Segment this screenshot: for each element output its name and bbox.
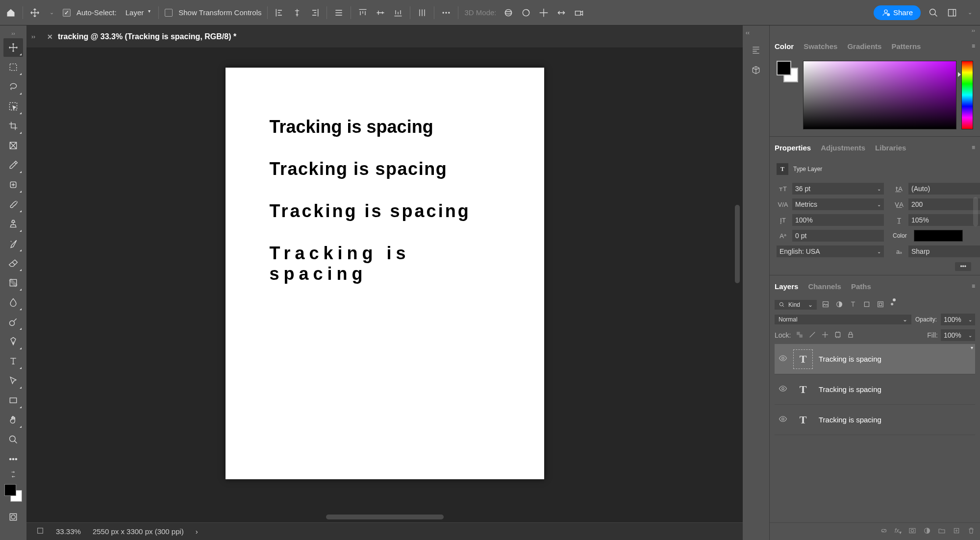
delete-layer-icon[interactable] xyxy=(967,527,975,536)
fill-input[interactable]: 100%⌄ xyxy=(941,329,975,341)
clone-stamp-tool[interactable] xyxy=(3,215,23,233)
rectangle-tool[interactable] xyxy=(3,391,23,410)
lasso-tool[interactable] xyxy=(3,77,23,96)
tracking-input[interactable]: 200⌄ xyxy=(908,198,980,210)
edit-toolbar-icon[interactable] xyxy=(3,450,23,468)
object-selection-tool[interactable] xyxy=(3,97,23,116)
auto-select-target-dropdown[interactable]: Layer xyxy=(123,7,153,18)
layer-row[interactable]: TTracking is spacing xyxy=(775,405,975,435)
canvas-text-line[interactable]: Tracking is spacing xyxy=(270,159,500,179)
vertical-scale-input[interactable] xyxy=(792,214,884,226)
marquee-tool[interactable] xyxy=(3,58,23,76)
blend-mode-dropdown[interactable]: Normal⌄ xyxy=(775,315,911,324)
move-tool[interactable] xyxy=(3,38,23,57)
blur-tool[interactable] xyxy=(3,293,23,312)
3d-panel-icon[interactable] xyxy=(751,65,761,76)
tab-adjustments[interactable]: Adjustments xyxy=(821,144,865,152)
language-dropdown[interactable]: English: USA⌄ xyxy=(777,245,884,257)
tab-color[interactable]: Color xyxy=(775,42,794,50)
zoom-level[interactable]: 33.33% xyxy=(56,527,81,536)
foreground-background-colors[interactable] xyxy=(4,484,22,502)
dodge-tool[interactable] xyxy=(3,313,23,331)
canvas-text-line[interactable]: Tracking is spacing xyxy=(270,243,500,284)
pen-tool[interactable] xyxy=(3,332,23,351)
text-color-swatch[interactable] xyxy=(914,230,963,242)
antialias-dropdown[interactable]: Sharp⌄ xyxy=(908,245,980,257)
filter-pixel-icon[interactable] xyxy=(822,300,829,310)
layer-name[interactable]: Tracking is spacing xyxy=(819,355,881,363)
canvas-viewport[interactable]: Tracking is spacingTracking is spacingTr… xyxy=(26,48,743,522)
layer-filter-kind-dropdown[interactable]: Kind⌄ xyxy=(775,300,817,310)
align-left-edges-icon[interactable] xyxy=(274,7,285,19)
filter-shape-icon[interactable] xyxy=(863,300,871,310)
vertical-scrollbar[interactable] xyxy=(735,205,740,283)
tab-gradients[interactable]: Gradients xyxy=(847,42,881,50)
visibility-toggle-icon[interactable] xyxy=(779,354,787,364)
brush-tool[interactable] xyxy=(3,195,23,214)
status-icon[interactable] xyxy=(36,527,44,536)
link-layers-icon[interactable] xyxy=(880,527,888,536)
filter-toggle-icon[interactable]: ● xyxy=(890,300,894,310)
workspace-switcher-icon[interactable] xyxy=(946,7,958,19)
distribute-horizontal-icon[interactable] xyxy=(333,7,345,19)
history-brush-tool[interactable] xyxy=(3,234,23,253)
filter-type-icon[interactable] xyxy=(849,300,857,310)
healing-brush-tool[interactable] xyxy=(3,175,23,194)
align-top-edges-icon[interactable] xyxy=(357,7,369,19)
layer-row[interactable]: TTracking is spacing xyxy=(775,374,975,405)
canvas-text-line[interactable]: Tracking is spacing xyxy=(270,117,500,137)
tab-libraries[interactable]: Libraries xyxy=(875,144,906,152)
show-transform-checkbox[interactable] xyxy=(165,9,173,17)
properties-more-icon[interactable]: ••• xyxy=(955,262,971,271)
tab-paths[interactable]: Paths xyxy=(851,282,871,291)
color-picker-field[interactable] xyxy=(803,61,956,129)
tab-channels[interactable]: Channels xyxy=(808,282,841,291)
align-bottom-edges-icon[interactable] xyxy=(392,7,404,19)
gradient-tool[interactable] xyxy=(3,273,23,292)
document-dimensions[interactable]: 2550 px x 3300 px (300 ppi) xyxy=(93,527,184,536)
visibility-toggle-icon[interactable] xyxy=(779,384,787,394)
horizontal-scrollbar[interactable] xyxy=(326,515,444,519)
swap-colors-icon[interactable] xyxy=(3,469,23,479)
tabs-expand-icon[interactable]: ›› xyxy=(26,33,40,40)
panel-fg-bg-colors[interactable] xyxy=(777,61,798,82)
lock-artboard-icon[interactable] xyxy=(834,331,842,340)
font-size-input[interactable]: 36 pt⌄ xyxy=(792,183,884,195)
filter-adjustment-icon[interactable] xyxy=(835,300,843,310)
dock-expand-icon[interactable]: ‹‹ xyxy=(743,29,750,36)
hue-slider[interactable] xyxy=(961,61,973,129)
baseline-shift-input[interactable] xyxy=(792,230,884,242)
add-mask-icon[interactable] xyxy=(908,527,916,536)
move-tool-icon[interactable] xyxy=(29,7,41,19)
color-panel-menu-icon[interactable]: ≡ xyxy=(972,43,975,49)
tab-properties[interactable]: Properties xyxy=(775,144,811,152)
kerning-input[interactable]: Metrics⌄ xyxy=(792,198,884,210)
more-options-icon[interactable] xyxy=(440,7,452,19)
filter-smartobject-icon[interactable] xyxy=(877,300,884,310)
hand-tool[interactable] xyxy=(3,411,23,429)
path-selection-tool[interactable] xyxy=(3,371,23,390)
auto-select-checkbox[interactable] xyxy=(63,9,71,17)
lock-transparency-icon[interactable] xyxy=(796,331,804,340)
search-icon[interactable] xyxy=(928,7,939,19)
frame-tool[interactable] xyxy=(3,136,23,155)
horizontal-scale-input[interactable] xyxy=(908,214,980,226)
properties-panel-menu-icon[interactable]: ≡ xyxy=(972,144,975,151)
visibility-toggle-icon[interactable] xyxy=(779,415,787,425)
align-vertical-centers-icon[interactable] xyxy=(375,7,386,19)
panels-collapse-icon[interactable]: ›› xyxy=(770,25,980,35)
layers-panel-menu-icon[interactable]: ≡ xyxy=(972,283,975,290)
layer-name[interactable]: Tracking is spacing xyxy=(819,416,881,424)
tab-patterns[interactable]: Patterns xyxy=(891,42,921,50)
layer-style-icon[interactable]: fx▾ xyxy=(895,527,902,535)
close-tab-icon[interactable]: ✕ xyxy=(47,33,53,41)
type-tool[interactable] xyxy=(3,352,23,370)
align-horizontal-centers-icon[interactable] xyxy=(291,7,303,19)
eraser-tool[interactable] xyxy=(3,254,23,272)
lock-all-icon[interactable] xyxy=(847,331,854,340)
lock-image-icon[interactable] xyxy=(808,331,816,340)
opacity-input[interactable]: 100%⌄ xyxy=(941,314,975,325)
status-flyout-icon[interactable]: › xyxy=(196,527,198,536)
document-tab[interactable]: ✕ tracking @ 33.3% (Tracking is spacing,… xyxy=(40,25,243,48)
tab-layers[interactable]: Layers xyxy=(775,282,798,291)
